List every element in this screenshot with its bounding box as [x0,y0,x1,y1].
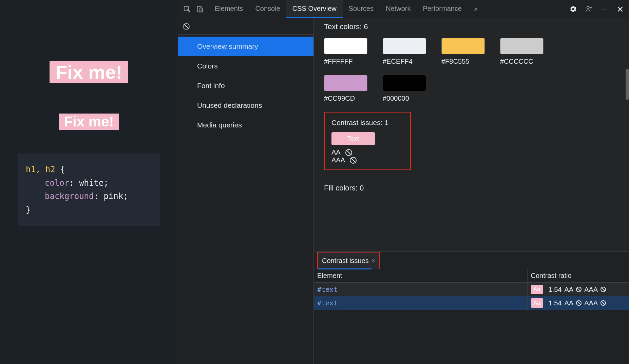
scrollbar-thumb[interactable] [626,69,629,100]
tab-console[interactable]: Console [249,0,286,18]
col-ratio[interactable]: Contrast ratio [527,269,629,283]
code-prop-background: background [45,191,94,201]
account-icon[interactable] [583,3,595,15]
contrast-text-swatch[interactable]: Text [331,132,375,145]
color-swatch[interactable]: #ECEFF4 [383,38,426,65]
tab-more[interactable]: » [468,0,484,18]
col-element[interactable]: Element [314,269,527,283]
devtools-panel: Elements Console CSS Overview Sources Ne… [178,0,629,364]
contrast-issues-box: Contrast issues: 1 Text AA AAA [324,112,411,170]
fail-icon [576,287,582,292]
tab-css-overview[interactable]: CSS Overview [286,0,343,18]
clear-icon[interactable] [183,23,190,30]
bottom-tab-contrast-issues[interactable]: Contrast issues × [317,252,380,269]
text-colors-heading: Text colors: 6 [324,22,619,31]
code-selector: h1, h2 [26,165,55,174]
element-link[interactable]: #text [317,285,338,294]
table-row[interactable]: #text Aa 1.54 AA AAA [314,296,629,310]
svg-rect-1 [197,6,201,12]
color-swatch[interactable]: #CC99CD [324,75,367,102]
color-swatch[interactable]: #000000 [383,75,426,102]
table-row[interactable]: #text Aa 1.54 AA AAA [314,283,629,297]
gear-icon[interactable] [567,3,579,15]
rendered-page-pane: Fix me! Fix me! h1, h2 { color: white; b… [0,0,178,364]
fail-icon [601,287,606,292]
contrast-issues-panel: Contrast issues × Element Contrast ratio… [314,251,629,364]
contrast-issues-table: Element Contrast ratio #text Aa 1.54 A [314,269,629,310]
sample-swatch: Aa [531,298,543,308]
fail-icon [345,149,352,156]
demo-heading-1: Fix me! [50,61,128,83]
color-swatch[interactable]: #F8C555 [441,38,485,65]
sample-swatch: Aa [531,285,543,294]
devtools-tabs: Elements Console CSS Overview Sources Ne… [209,0,484,18]
tab-performance[interactable]: Performance [417,0,468,18]
close-tab-icon[interactable]: × [371,257,375,264]
sidebar-item-font-info[interactable]: Font info [178,76,313,96]
code-block: h1, h2 { color: white; background: pink;… [18,154,160,226]
css-overview-sidebar: Overview summary Colors Font info Unused… [178,18,314,364]
fail-icon [576,300,582,306]
sidebar-item-media[interactable]: Media queries [178,115,313,135]
contrast-issues-title: Contrast issues: 1 [331,119,403,127]
kebab-icon[interactable]: ⋯ [598,3,611,15]
fill-colors-heading: Fill colors: 0 [324,184,619,193]
tab-sources[interactable]: Sources [343,0,380,18]
sidebar-item-overview[interactable]: Overview summary [178,37,313,56]
color-swatch[interactable]: #CCCCCC [500,38,544,65]
svg-point-3 [587,6,589,8]
fail-icon [350,157,357,164]
demo-heading-2: Fix me! [59,114,118,130]
code-prop-color: color [45,178,69,188]
css-overview-main: Text colors: 6 #FFFFFF #ECEFF4 #F8C555 #… [314,18,629,364]
sidebar-item-colors[interactable]: Colors [178,56,313,76]
color-swatch[interactable]: #FFFFFF [324,38,367,65]
device-toggle-icon[interactable] [194,3,206,15]
close-icon[interactable] [614,3,626,15]
sidebar-item-unused[interactable]: Unused declarations [178,96,313,115]
fail-icon [601,300,606,306]
tab-elements[interactable]: Elements [209,0,249,18]
devtools-toolbar: Elements Console CSS Overview Sources Ne… [178,0,629,18]
element-link[interactable]: #text [317,299,338,307]
inspect-element-icon[interactable] [181,3,193,15]
tab-network[interactable]: Network [380,0,417,18]
